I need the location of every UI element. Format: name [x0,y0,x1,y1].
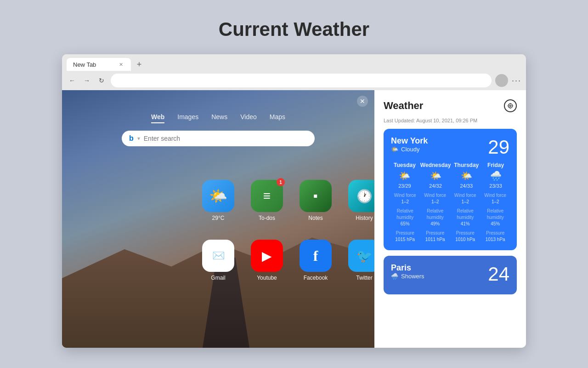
todos-app-label: To-dos [259,215,275,221]
humidity-wednesday: Relativehumidity 49% [421,208,450,227]
browser-chrome: New Tab ✕ + ← → ↻ ··· [62,54,526,90]
location-button[interactable] [504,99,517,112]
refresh-button[interactable]: ↻ [96,75,107,86]
pressure-wednesday: Pressure 1011 hPa [421,230,450,243]
app-gmail[interactable]: ✉️ Gmail [198,240,239,281]
wednesday-temps: 24/32 [429,183,442,189]
search-tab-maps[interactable]: Maps [270,113,285,123]
tuesday-temps: 23/29 [398,183,411,189]
gmail-app-label: Gmail [211,275,225,281]
humidity-thursday: Relativehumidity 41% [451,208,480,227]
gmail-app-icon: ✉️ [202,240,234,272]
search-tab-news[interactable]: News [211,113,227,123]
youtube-app-icon: ▶ [251,240,283,272]
svg-point-1 [508,104,512,108]
friday-temps: 23/33 [489,183,502,189]
ny-city-name: New York [391,136,428,146]
svg-point-0 [509,105,511,107]
menu-button[interactable]: ··· [512,76,521,86]
app-twitter[interactable]: 🐦 Twitter [344,240,374,281]
browser-window: New Tab ✕ + ← → ↻ ··· ✕ Web Image [62,54,526,348]
address-bar-row: ← → ↻ ··· [62,71,526,90]
wednesday-icon: 🌤️ [430,170,441,181]
tuesday-label: Tuesday [394,162,416,168]
weather-app-icon: 🌤️ [202,180,234,212]
bing-logo: b [129,134,134,143]
weather-header: Weather [384,99,517,112]
forecast-wednesday: Wednesday 🌤️ 24/32 [420,162,451,189]
todos-badge: 1 [277,178,285,186]
paris-city-name: Paris [391,263,424,273]
app-todos[interactable]: ≡ 1 To-dos [246,180,288,221]
paris-weather-card: Paris 🌧️ Showers 24 [384,256,517,294]
new-tab-panel: ✕ Web Images News Video Maps b ▾ [62,90,374,348]
paris-condition-text: Showers [401,273,424,280]
app-youtube[interactable]: ▶ Youtube [246,240,288,281]
humidity-tuesday: Relativehumidity 65% [391,208,419,227]
apps-row-1: 🌤️ 29°C ≡ 1 To-dos ▪ Not [198,180,374,221]
app-notes[interactable]: ▪ Notes [295,180,336,221]
app-history[interactable]: 🕐 History [344,180,374,221]
friday-label: Friday [487,162,504,168]
history-app-label: History [356,215,373,221]
wind-wednesday: Wind force 1–2 [421,192,450,205]
wednesday-label: Wednesday [420,162,451,168]
twitter-app-icon: 🐦 [348,240,374,272]
search-area: Web Images News Video Maps b ▾ [62,113,374,146]
pressure-friday: Pressure 1013 hPa [481,230,510,243]
pressure-thursday: Pressure 1010 hPa [451,230,480,243]
facebook-app-label: Facebook [304,275,328,281]
search-input[interactable] [144,135,307,142]
weather-panel: Weather Last Updated: August 10, 2021, 0… [374,90,526,348]
tab-bar: New Tab ✕ + [62,54,526,71]
paris-condition: 🌧️ Showers [391,273,424,280]
wind-detail-section: Wind force 1–2 Wind force 1–2 Wind force… [391,192,509,243]
last-updated-text: Last Updated: August 10, 2021, 09:26 PM [384,118,517,123]
wind-tuesday: Wind force 1–2 [391,192,419,205]
pressure-tuesday: Pressure 1015 hPa [391,230,419,243]
app-weather[interactable]: 🌤️ 29°C [198,180,239,221]
ny-temperature: 29 [488,136,509,158]
address-input[interactable] [111,74,492,87]
forecast-thursday: Thursday 🌤️ 24/33 [452,162,480,189]
wind-friday: Wind force 1–2 [481,192,510,205]
wind-thursday: Wind force 1–2 [451,192,480,205]
youtube-app-label: Youtube [257,275,277,281]
search-tab-web[interactable]: Web [151,113,164,123]
search-tab-images[interactable]: Images [177,113,198,123]
wind-row: Wind force 1–2 Wind force 1–2 Wind force… [391,192,509,205]
ny-condition-text: Cloudy [401,146,419,153]
tuesday-icon: 🌤️ [399,170,410,181]
ny-condition: 🌤️ Cloudy [391,146,428,153]
twitter-app-label: Twitter [356,275,372,281]
tab-label: New Tab [73,61,96,68]
new-tab-button[interactable]: + [133,58,146,71]
profile-button[interactable] [495,74,508,87]
humidity-friday: Relativehumidity 45% [481,208,510,227]
close-panel-button[interactable]: ✕ [357,96,368,107]
thursday-temps: 24/33 [460,183,473,189]
search-box: b ▾ [122,131,315,146]
new-york-weather-card: New York 🌤️ Cloudy 29 Tuesday 🌤️ 23/29 [384,129,517,250]
search-chevron-icon: ▾ [137,135,140,142]
weather-panel-title: Weather [384,100,423,112]
tab-close-button[interactable]: ✕ [117,61,124,68]
history-app-icon: 🕐 [348,180,374,212]
browser-tab[interactable]: New Tab ✕ [67,58,131,71]
todos-app-icon: ≡ 1 [251,180,283,212]
facebook-app-icon: f [300,240,332,272]
pressure-row: Pressure 1015 hPa Pressure 1011 hPa Pres… [391,230,509,243]
forward-button[interactable]: → [81,75,92,86]
paris-temperature: 24 [488,263,509,285]
ny-forecast-grid: Tuesday 🌤️ 23/29 Wednesday 🌤️ 24/32 Thur… [391,162,509,189]
search-tabs: Web Images News Video Maps [151,113,285,123]
apps-row-2: ✉️ Gmail ▶ Youtube f Facebook [198,240,374,281]
page-title: Current Weather [219,18,369,40]
search-tab-video[interactable]: Video [240,113,257,123]
notes-app-icon: ▪ [300,180,332,212]
notes-app-label: Notes [308,215,322,221]
app-facebook[interactable]: f Facebook [295,240,336,281]
back-button[interactable]: ← [67,75,78,86]
paris-card-header: Paris 🌧️ Showers 24 [391,263,509,285]
forecast-tuesday: Tuesday 🌤️ 23/29 [391,162,418,189]
